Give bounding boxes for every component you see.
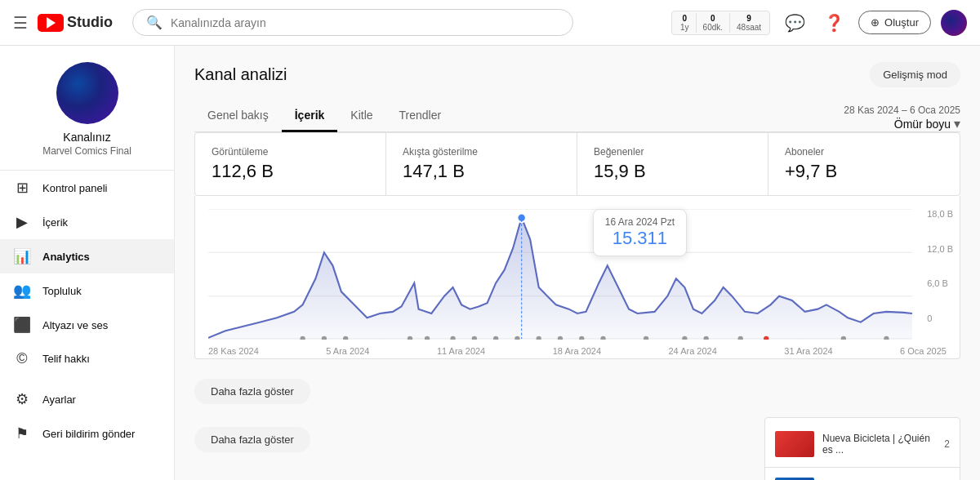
tab-overview[interactable]: Genel bakış xyxy=(194,100,282,132)
metric-60dk-value: 0 xyxy=(710,14,715,23)
sidebar-label-feedback: Geri bildirim gönder xyxy=(42,428,135,440)
video-title-1: Nueva Bicicleta | ¿Quién es ... xyxy=(822,433,936,456)
sidebar-label-dashboard: Kontrol paneli xyxy=(42,182,108,194)
x-label-5: 24 Ara 2024 xyxy=(669,346,717,356)
show-more-1-container: Daha fazla göster xyxy=(194,369,960,414)
avatar-image xyxy=(941,10,967,36)
video-list: Nueva Bicicleta | ¿Quién es ... 2 Niño P… xyxy=(764,417,960,480)
stat-views-value: 112,6 B xyxy=(212,161,369,182)
main-content: Kanal analizi Gelişmiş mod Genel bakış İ… xyxy=(175,46,980,480)
date-range-selector[interactable]: 28 Kas 2024 – 6 Oca 2025 Ömür boyu ▾ xyxy=(844,104,960,131)
sidebar-label-copyright: Telif hakkı xyxy=(42,353,90,365)
metrics-bar: 0 1y 0 60dk. 9 48saat xyxy=(671,11,770,35)
notifications-icon[interactable]: 💬 xyxy=(780,8,809,38)
advanced-mode-button[interactable]: Gelişmiş mod xyxy=(870,62,960,87)
metric-48saat: 9 48saat xyxy=(733,14,764,32)
x-label-3: 11 Ara 2024 xyxy=(437,346,485,356)
stat-likes-label: Beğenenler xyxy=(594,146,751,158)
tab-trends[interactable]: Trendler xyxy=(386,100,455,132)
sidebar-label-settings: Ayarlar xyxy=(42,393,76,406)
channel-avatar[interactable] xyxy=(56,62,118,124)
analytics-icon: 📊 xyxy=(13,247,31,265)
sidebar-item-community[interactable]: 👥 Topluluk xyxy=(0,273,174,308)
chart-x-labels: 28 Kas 2024 5 Ara 2024 11 Ara 2024 18 Ar… xyxy=(208,343,947,362)
search-bar: 🔍 xyxy=(132,9,573,36)
sidebar-item-subtitles[interactable]: ⬛ Altyazı ve ses xyxy=(0,308,174,342)
y-label-4: 0 xyxy=(927,313,953,323)
video-thumb-1 xyxy=(775,431,814,457)
dashboard-icon: ⊞ xyxy=(13,179,31,197)
metric-60dk-label: 60dk. xyxy=(703,23,723,32)
sidebar-item-copyright[interactable]: © Telif hakkı xyxy=(0,342,174,376)
video-item-1[interactable]: Nueva Bicicleta | ¿Quién es ... 2 xyxy=(765,424,960,464)
period-row: Ömür boyu ▾ xyxy=(894,116,960,131)
create-plus-icon: ⊕ xyxy=(871,16,880,29)
tabs-date-row: Genel bakış İçerik Kitle Trendler 28 Kas… xyxy=(194,100,960,131)
channel-info: Kanalınız Marvel Comics Final xyxy=(0,46,174,171)
header-right: 0 1y 0 60dk. 9 48saat 💬 ❓ ⊕ Oluştur xyxy=(671,8,967,38)
copyright-icon: © xyxy=(13,350,31,367)
stat-impressions-value: 147,1 B xyxy=(403,161,560,182)
create-button[interactable]: ⊕ Oluştur xyxy=(858,11,931,34)
page-title: Kanal analizi xyxy=(194,65,287,84)
x-label-4: 18 Ara 2024 xyxy=(553,346,601,356)
metric-48saat-label: 48saat xyxy=(737,23,761,32)
sidebar-item-feedback[interactable]: ⚑ Geri bildirim gönder xyxy=(0,416,174,451)
stat-subscribers-label: Aboneler xyxy=(785,146,943,158)
video-divider xyxy=(765,467,960,468)
sidebar-item-settings[interactable]: ⚙ Ayarlar xyxy=(0,382,174,416)
chart-y-labels: 18,0 B 12,0 B 6,0 B 0 xyxy=(927,209,953,323)
help-icon[interactable]: ❓ xyxy=(819,8,849,38)
stat-impressions: Akışta gösterilme 147,1 B xyxy=(386,133,577,195)
channel-subtitle: Marvel Comics Final xyxy=(42,145,131,157)
search-input[interactable] xyxy=(171,16,559,29)
bottom-left: Daha fazla göster xyxy=(194,417,751,480)
date-range-text: 28 Kas 2024 – 6 Oca 2025 xyxy=(844,104,960,116)
create-button-label: Oluştur xyxy=(884,16,919,29)
search-icon: 🔍 xyxy=(146,15,163,30)
hamburger-icon[interactable]: ☰ xyxy=(13,13,28,33)
stat-likes: Beğenenler 15,9 B xyxy=(577,133,768,195)
sidebar-label-analytics: Analytics xyxy=(42,251,90,263)
tab-audience[interactable]: Kitle xyxy=(337,100,385,132)
feedback-icon: ⚑ xyxy=(13,424,31,442)
stat-views-label: Görüntüleme xyxy=(212,146,369,158)
y-label-3: 6,0 B xyxy=(927,278,953,288)
bottom-section: Daha fazla göster Nueva Bicicleta | ¿Qui… xyxy=(194,417,960,480)
stat-impressions-label: Akışta gösterilme xyxy=(403,146,560,158)
metric-1y-value: 0 xyxy=(683,14,688,23)
channel-avatar-image xyxy=(56,62,118,124)
top-header: ☰ Studio 🔍 0 1y 0 60dk. 9 48saat 💬 ❓ xyxy=(0,0,980,46)
y-label-2: 12,0 B xyxy=(927,244,953,254)
tab-content[interactable]: İçerik xyxy=(282,100,338,132)
x-label-6: 31 Ara 2024 xyxy=(784,346,832,356)
metric-1y: 0 1y xyxy=(677,14,693,32)
sidebar-label-subtitles: Altyazı ve ses xyxy=(42,319,108,331)
page-header: Kanal analizi Gelişmiş mod xyxy=(194,62,960,87)
stats-grid: Görüntüleme 112,6 B Akışta gösterilme 14… xyxy=(194,132,960,196)
show-more-button-2[interactable]: Daha fazla göster xyxy=(194,427,310,452)
main-layout: Kanalınız Marvel Comics Final ⊞ Kontrol … xyxy=(0,46,980,480)
chart-svg xyxy=(208,209,947,340)
sidebar-item-content[interactable]: ▶ İçerik xyxy=(0,205,174,239)
avatar[interactable] xyxy=(941,10,967,36)
tabs: Genel bakış İçerik Kitle Trendler xyxy=(194,100,454,131)
youtube-logo-icon xyxy=(38,14,64,32)
sidebar-label-community: Topluluk xyxy=(42,285,82,297)
video-count-1: 2 xyxy=(944,438,950,450)
metric-60dk: 0 60dk. xyxy=(700,14,726,32)
metric-divider-2 xyxy=(729,13,730,33)
sidebar-item-dashboard[interactable]: ⊞ Kontrol paneli xyxy=(0,171,174,205)
community-icon: 👥 xyxy=(13,282,31,300)
sidebar: Kanalınız Marvel Comics Final ⊞ Kontrol … xyxy=(0,46,175,480)
content-icon: ▶ xyxy=(13,213,31,231)
chart-container: 18,0 B 12,0 B 6,0 B 0 xyxy=(194,196,960,359)
show-more-button-1[interactable]: Daha fazla göster xyxy=(194,379,310,404)
subtitles-icon: ⬛ xyxy=(13,316,31,334)
sidebar-item-analytics[interactable]: 📊 Analytics xyxy=(0,239,174,273)
video-item-2[interactable]: Niño Prueba Si Eres Rico o ... 2 xyxy=(765,471,960,480)
stat-likes-value: 15,9 B xyxy=(594,161,751,182)
sidebar-label-content: İçerik xyxy=(42,216,68,229)
logo: Studio xyxy=(38,14,113,32)
y-label-1: 18,0 B xyxy=(927,209,953,219)
